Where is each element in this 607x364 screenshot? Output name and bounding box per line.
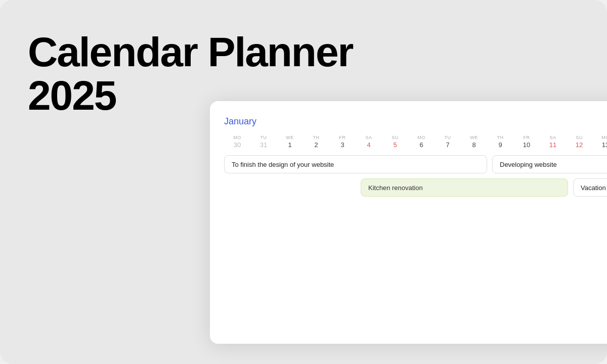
day-col-31: TU31 bbox=[250, 135, 277, 149]
day-col-1: WE1 bbox=[277, 135, 303, 149]
event-vacation[interactable]: Vacation bbox=[573, 178, 607, 197]
day-col-13: MO13 bbox=[592, 135, 607, 149]
month-label: January bbox=[224, 116, 607, 127]
day-col-7: TU7 bbox=[435, 135, 461, 149]
day-col-4: SA4 bbox=[356, 135, 382, 149]
day-col-6: MO6 bbox=[408, 135, 435, 149]
app-title: Calendar Planner 2025 bbox=[28, 30, 353, 117]
day-col-3: FR3 bbox=[329, 135, 356, 149]
day-col-30: MO30 bbox=[224, 135, 250, 149]
event-row-1: To finish the design of your website Dev… bbox=[224, 155, 607, 174]
day-col-12: SU12 bbox=[566, 135, 592, 149]
event-developing-website[interactable]: Developing website bbox=[492, 155, 607, 173]
calendar-header: MO30TU31WE1TH2FR3SA4SU5MO6TU7WE8TH9FR10S… bbox=[224, 135, 607, 149]
events-area: To finish the design of your website Dev… bbox=[224, 155, 607, 197]
event-row-2: Kitchen renovation Vacation bbox=[224, 178, 607, 197]
day-col-5: SU5 bbox=[382, 135, 408, 149]
day-col-2: TH2 bbox=[303, 135, 329, 149]
day-col-11: SA11 bbox=[540, 135, 566, 149]
event-kitchen-renovation[interactable]: Kitchen renovation bbox=[361, 178, 568, 197]
event-finish-website[interactable]: To finish the design of your website bbox=[224, 155, 487, 173]
main-background: Calendar Planner 2025 January MO30TU31WE… bbox=[0, 0, 607, 364]
calendar-panel: January MO30TU31WE1TH2FR3SA4SU5MO6TU7WE8… bbox=[210, 101, 607, 344]
day-col-8: WE8 bbox=[461, 135, 487, 149]
day-col-9: TH9 bbox=[487, 135, 513, 149]
title-section: Calendar Planner 2025 bbox=[28, 30, 353, 117]
day-col-10: FR10 bbox=[513, 135, 540, 149]
